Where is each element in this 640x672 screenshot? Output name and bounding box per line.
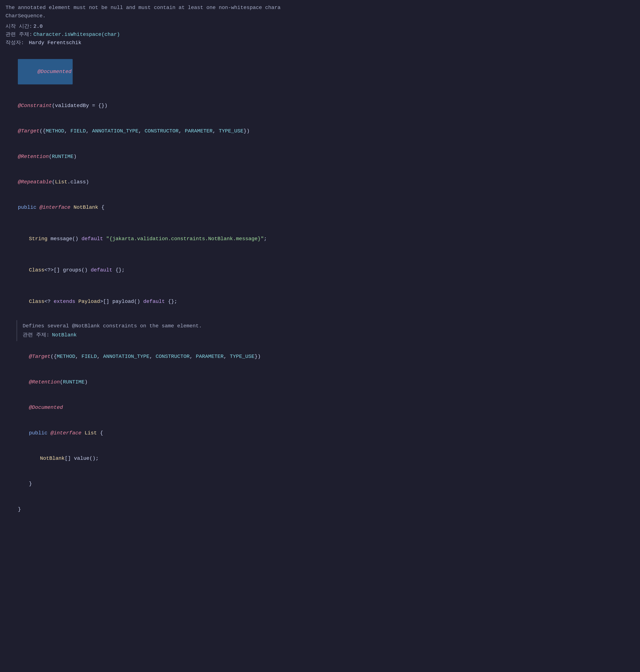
author-value: Hardy Ferentschik: [29, 39, 82, 47]
see-value: Character.isWhitespace(char): [33, 30, 120, 39]
documented2-line: @Documented: [5, 395, 635, 420]
documented2-at: @Documented: [29, 405, 63, 410]
description-text: The annotated element must not be null a…: [5, 4, 280, 12]
documented-annotation: @Documented: [38, 69, 72, 74]
target1-line: @Target({METHOD, FIELD, ANNOTATION_TYPE,…: [5, 118, 635, 144]
since-label: 시작 시간:: [5, 23, 32, 31]
retention1-at: @Retention: [18, 154, 49, 159]
retention2-line: @Retention(RUNTIME): [5, 369, 635, 395]
constraint-params: (validatedBy = {}): [52, 103, 107, 108]
notblank-value-line: NotBlank[] value();: [5, 446, 635, 471]
class-type2: Class: [29, 299, 44, 304]
public-keyword2: public: [29, 430, 47, 436]
close-outer-line: }: [5, 497, 635, 522]
close-inner-line: }: [5, 471, 635, 497]
public-interface-line: public @interface NotBlank {: [5, 195, 635, 220]
target1-at: @Target: [18, 128, 40, 134]
documented-line: @Documented: [5, 50, 635, 93]
inner-see-label: 관련 주제:: [23, 331, 49, 339]
target2-line: @Target({METHOD, FIELD, ANNOTATION_TYPE,…: [5, 344, 635, 369]
since-value: 2.0: [33, 23, 43, 31]
repeatable-line: @Repeatable(List.class): [5, 170, 635, 195]
payload-line: Class<? extends Payload>[] payload() def…: [5, 289, 635, 314]
inner-see-value: NotBlank: [52, 331, 77, 339]
message-line: String message() default "{jakarta.valid…: [5, 226, 635, 252]
doc-comment-section: The annotated element must not be null a…: [5, 4, 635, 47]
description-text2: CharSequence.: [5, 12, 46, 20]
default-keyword3: default: [143, 299, 165, 304]
author-label: 작성자:: [5, 39, 24, 47]
close-outer-brace: }: [18, 507, 21, 512]
class-type1: Class: [29, 267, 44, 273]
payload-type: Payload: [78, 299, 100, 304]
extends-keyword: extends: [54, 299, 75, 304]
groups-line: Class<?>[] groups() default {};: [5, 258, 635, 283]
since-line: 시작 시간: 2.0: [5, 23, 635, 31]
description-line2: CharSequence.: [5, 12, 635, 20]
public-keyword: public: [18, 205, 37, 210]
default-keyword2: default: [91, 267, 112, 273]
see-line: 관련 주제: Character.isWhitespace(char): [5, 30, 635, 39]
list-name: List: [85, 430, 97, 436]
string-type: String: [29, 236, 47, 242]
inner-doc-block: Defines several @NotBlank constraints on…: [17, 320, 635, 341]
notblank-type: NotBlank: [40, 455, 64, 461]
retention2-at: @Retention: [29, 379, 60, 385]
inner-see-line: 관련 주제: NotBlank: [23, 331, 635, 339]
message-string: "{jakarta.validation.constraints.NotBlan…: [106, 236, 264, 242]
inner-doc-text: Defines several @NotBlank constraints on…: [23, 323, 202, 329]
constraint-at: @Constraint: [18, 103, 52, 108]
see-label: 관련 주제:: [5, 30, 32, 39]
public-interface2-line: public @interface List {: [5, 420, 635, 446]
interface2-at: @interface: [50, 430, 82, 436]
constraint-line: @Constraint(validatedBy = {}): [5, 93, 635, 118]
repeatable-at: @Repeatable: [18, 179, 52, 185]
notblank-name: NotBlank: [74, 205, 98, 210]
close-inner-brace: }: [29, 481, 32, 487]
interface-at: @interface: [40, 205, 70, 210]
target2-at: @Target: [29, 354, 50, 359]
code-section: @Documented @Constraint(validatedBy = {}…: [5, 50, 635, 522]
inner-doc-line1: Defines several @NotBlank constraints on…: [23, 322, 635, 330]
author-line: 작성자: Hardy Ferentschik: [5, 39, 635, 47]
default-keyword: default: [82, 236, 103, 242]
retention1-line: @Retention(RUNTIME): [5, 144, 635, 170]
description-line: The annotated element must not be null a…: [5, 4, 635, 12]
